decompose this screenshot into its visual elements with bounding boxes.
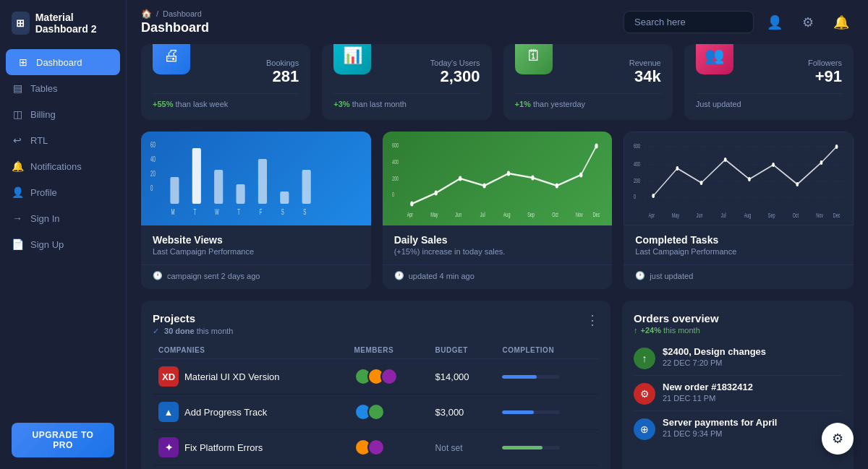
stat-card-3: 👥 Followers +91 Just updated <box>684 44 854 120</box>
chart-card-daily-sales: 600 400 200 0 Apr <box>383 132 613 289</box>
chart-subtitle-tasks: Last Campaign Performance <box>635 247 842 256</box>
svg-text:Apr: Apr <box>407 211 413 218</box>
svg-text:May: May <box>672 212 679 219</box>
sidebar-item-sign-up[interactable]: 📄Sign Up <box>0 231 126 257</box>
progress-fill <box>502 410 534 414</box>
order-dot: ⚙ <box>634 383 655 405</box>
fab-button[interactable]: ⚙ <box>822 423 854 455</box>
svg-point-54 <box>796 182 799 186</box>
settings-icon-button[interactable]: ⚙ <box>796 10 820 35</box>
sidebar-icon: → <box>12 212 23 224</box>
svg-text:Dec: Dec <box>833 212 841 219</box>
progress-fill <box>502 375 537 379</box>
orders-title: Orders overview <box>634 312 719 324</box>
svg-text:Oct: Oct <box>552 211 558 218</box>
svg-point-23 <box>434 191 437 196</box>
home-icon: 🏠 <box>141 9 152 19</box>
sidebar-item-tables[interactable]: ▤Tables <box>0 75 126 101</box>
sidebar-item-label: Tables <box>30 83 58 94</box>
svg-rect-9 <box>280 192 289 204</box>
stat-footer-2: +1% than yesterday <box>515 93 661 108</box>
chart-row: 60 40 20 0 M T <box>141 132 854 289</box>
sidebar-item-sign-in[interactable]: →Sign In <box>0 205 126 231</box>
chart-card-tasks: 600 400 200 0 Apr <box>624 132 854 289</box>
svg-text:Sep: Sep <box>527 211 535 218</box>
company-icon: XD <box>158 366 179 387</box>
bar-chart-svg: 60 40 20 0 M T <box>148 139 364 218</box>
svg-text:T: T <box>237 209 240 217</box>
table-row: XDMaterial UI XD Version $14,000 <box>153 359 599 395</box>
svg-point-25 <box>482 184 485 189</box>
sidebar-icon: ▤ <box>12 82 23 94</box>
svg-text:Nov: Nov <box>817 212 824 219</box>
svg-text:Jul: Jul <box>721 212 726 219</box>
svg-text:Jul: Jul <box>480 211 485 218</box>
order-info: Server payments for April 21 DEC 9:34 PM <box>663 417 842 438</box>
company-cell: XDMaterial UI XD Version <box>158 366 343 387</box>
sidebar-icon: 📄 <box>12 238 23 250</box>
svg-text:M: M <box>171 209 174 217</box>
sidebar-item-notifications[interactable]: 🔔Notifications <box>0 153 126 179</box>
sidebar-item-profile[interactable]: 👤Profile <box>0 179 126 205</box>
projects-card-header-left: Projects ✓ 30 done this month <box>153 312 233 336</box>
svg-point-48 <box>652 194 655 198</box>
sidebar-item-label: Dashboard <box>36 57 82 68</box>
main-content: 🏠 / Dashboard Dashboard 👤 ⚙ 🔔 🖨 Bookings… <box>127 0 868 469</box>
chart-title-tasks: Completed Tasks <box>635 234 842 246</box>
stat-card-0: 🖨 Bookings 281 +55% than lask week <box>141 44 310 120</box>
order-dot: ↑ <box>634 348 655 369</box>
profile-icon-button[interactable]: 👤 <box>762 10 787 35</box>
bottom-row: Projects ✓ 30 done this month ⋮ COMPANIE… <box>141 301 854 469</box>
svg-text:F: F <box>260 209 263 217</box>
sidebar-item-rtl[interactable]: ↩RTL <box>0 127 126 153</box>
sidebar-item-label: Notifications <box>30 161 82 172</box>
svg-text:20: 20 <box>150 171 156 178</box>
svg-point-30 <box>595 144 597 149</box>
member-avatars <box>354 439 424 456</box>
company-name: Add Progress Track <box>184 407 267 418</box>
clock-icon-sales: 🕐 <box>394 271 404 280</box>
svg-point-56 <box>835 145 838 149</box>
projects-subtitle: ✓ 30 done this month <box>153 327 233 336</box>
sidebar-nav: ⊞Dashboard▤Tables◫Billing↩RTL🔔Notificati… <box>0 49 126 257</box>
projects-more-button[interactable]: ⋮ <box>586 312 599 328</box>
sidebar-item-label: RTL <box>30 135 48 146</box>
page-title: Dashboard <box>141 20 209 35</box>
upgrade-button[interactable]: UPGRADE TO PRO <box>12 423 114 457</box>
order-date: 22 DEC 7:20 PM <box>663 358 842 367</box>
svg-point-29 <box>579 173 582 178</box>
search-input[interactable] <box>624 11 754 33</box>
sidebar-item-label: Billing <box>30 109 56 120</box>
sidebar-item-dashboard[interactable]: ⊞Dashboard <box>6 49 120 75</box>
order-date: 21 DEC 11 PM <box>663 394 842 403</box>
stat-positive: +3% <box>333 100 349 108</box>
svg-point-24 <box>459 176 461 181</box>
member-avatars <box>354 403 424 421</box>
svg-text:40: 40 <box>150 156 156 164</box>
chart-footer-text-sales: updated 4 min ago <box>409 272 475 280</box>
breadcrumb-page: Dashboard <box>163 9 202 18</box>
table-row: ▲Add Progress Track $3,000 <box>153 395 599 430</box>
projects-title: Projects <box>153 312 233 324</box>
svg-text:60: 60 <box>150 142 156 150</box>
svg-text:Apr: Apr <box>649 212 655 219</box>
order-title: New order #1832412 <box>663 382 842 392</box>
chart-footer-text-tasks: just updated <box>650 272 693 280</box>
svg-point-22 <box>410 202 413 207</box>
chart-subtitle-website: Last Campaign Performance <box>153 247 359 256</box>
budget-value: $14,000 <box>435 371 469 382</box>
brand-icon: ⊞ <box>12 12 30 35</box>
order-item: ⊕ Server payments for April 21 DEC 9:34 … <box>634 411 842 446</box>
svg-text:May: May <box>430 211 438 218</box>
company-cell: ✦Fix Platform Errors <box>158 437 343 457</box>
table-row: ✦Fix Platform Errors Not set <box>153 430 599 465</box>
progress-bar <box>502 410 560 414</box>
sidebar-item-billing[interactable]: ◫Billing <box>0 101 126 127</box>
stat-icon-1: 📊 <box>333 44 371 74</box>
sidebar-icon: 🔔 <box>12 160 23 172</box>
svg-rect-4 <box>170 177 179 204</box>
notifications-icon-button[interactable]: 🔔 <box>829 10 854 35</box>
svg-text:Sep: Sep <box>768 212 775 219</box>
sidebar-brand: ⊞ Material Dashboard 2 <box>0 12 126 49</box>
orders-trend: +24% this month <box>641 326 700 335</box>
